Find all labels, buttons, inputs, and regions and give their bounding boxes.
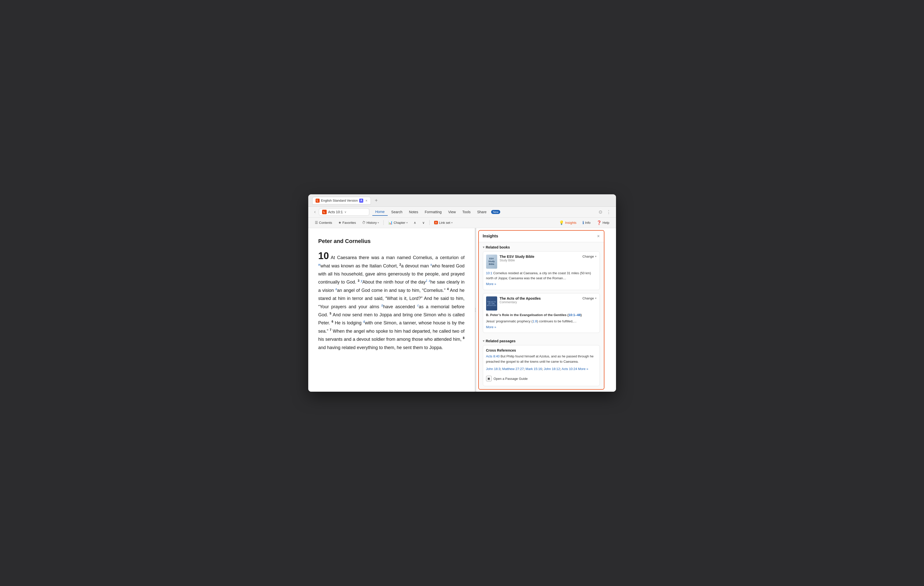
resize-dots xyxy=(475,308,476,312)
cross-ref-links: John 18:3; Matthew 27:27; Mark 15:16; Jo… xyxy=(486,366,597,372)
nav-view[interactable]: View xyxy=(445,209,459,216)
verse-number-2: 2 xyxy=(399,263,401,267)
clock-icon: ⏱ xyxy=(362,221,366,225)
insights-header: Insights × xyxy=(479,230,604,242)
search-icon-button[interactable]: ⊙ xyxy=(597,208,603,216)
linkset-chevron-icon: ▾ xyxy=(451,221,452,224)
address-bar[interactable]: L Acts 10:1 ∨ xyxy=(319,208,369,216)
mark-15-16-link[interactable]: Mark 15:16 xyxy=(525,367,542,371)
verse-1-text-7: have ascended xyxy=(383,304,417,309)
verse-number-5: 5 xyxy=(330,312,332,315)
acts-apostles-card: THE ACTS OF THE APOSTLES The Acts of the… xyxy=(483,293,600,333)
acts-section-title: B. Peter’s Role in the Evangelisation of… xyxy=(486,313,569,317)
cross-refs-card: Cross References Acts 8:40 But Philip fo… xyxy=(483,345,600,386)
acts-change-button[interactable]: Change ▾ xyxy=(582,296,597,300)
app-window: L English Standard Version A × + ‹ L Act… xyxy=(308,194,616,392)
passage-guide-button[interactable]: ▣ Open a Passage Guide xyxy=(486,374,597,383)
history-button[interactable]: ⏱ History ▾ xyxy=(360,219,381,226)
acts-more-link[interactable]: More » xyxy=(486,324,597,330)
cross-ref-1-text: But Philip found himself at Azotus, and … xyxy=(486,354,594,364)
nav-share[interactable]: Share xyxy=(474,209,490,216)
star-icon: ★ xyxy=(338,221,342,225)
esv-change-button[interactable]: Change ▾ xyxy=(582,255,597,258)
esv-study-bible-card: ESVStudyBible The ESV Study Bible Study … xyxy=(483,251,600,290)
new-tab-button[interactable]: + xyxy=(373,197,380,204)
acts-excerpt: B. Peter’s Role in the Evangelisation of… xyxy=(486,313,597,330)
acts-book-cover: THE ACTS OF THE APOSTLES xyxy=(486,296,497,311)
acts-excerpt-cont: ) continues to be fulfilled,… xyxy=(537,319,577,323)
acts-subtitle: Commentary xyxy=(500,300,541,304)
john-18-3-link[interactable]: John 18:3 xyxy=(486,367,500,371)
info-button[interactable]: ℹ Info xyxy=(580,219,593,226)
verse-number-3: 3 xyxy=(358,279,360,283)
more-options-button[interactable]: ⋮ xyxy=(606,208,612,216)
linkset-button[interactable]: A Link set ▾ xyxy=(432,219,455,226)
esv-cover-art: ESVStudyBible xyxy=(486,255,497,269)
footnote-w[interactable]: w xyxy=(318,263,321,267)
related-passages-chevron-icon: ▾ xyxy=(483,339,484,343)
insights-button[interactable]: 💡 Insights xyxy=(556,219,579,226)
acts-meta: The Acts of the Apostles Commentary xyxy=(500,296,541,304)
related-passages-label: Related passages xyxy=(486,339,516,343)
acts-title: The Acts of the Apostles xyxy=(500,296,541,300)
title-bar: L English Standard Version A × + xyxy=(308,194,616,207)
cross-refs-title: Cross References xyxy=(486,348,597,352)
address-icon: L xyxy=(322,210,327,214)
esv-change-chevron-icon: ▾ xyxy=(595,255,597,258)
nav-up-button[interactable]: ∧ xyxy=(411,219,419,226)
related-books-section-header[interactable]: ▾ Related books xyxy=(479,242,604,251)
nav-formatting[interactable]: Formatting xyxy=(422,209,445,216)
help-button[interactable]: ❓ Help xyxy=(594,219,612,226)
nav-notes[interactable]: Notes xyxy=(406,209,421,216)
chapter-chevron-icon: ▾ xyxy=(406,221,408,224)
acts-card-header: THE ACTS OF THE APOSTLES The Acts of the… xyxy=(486,296,597,311)
tabs-row: L English Standard Version A × + xyxy=(312,197,612,204)
john-18-12-link[interactable]: John 18:12 xyxy=(544,367,560,371)
resize-handle[interactable] xyxy=(475,228,476,392)
insights-icon: 💡 xyxy=(559,220,564,225)
esv-title: The ESV Study Bible xyxy=(500,255,535,258)
verse-number-4: 4 xyxy=(447,287,449,291)
esv-excerpt: 10:1 Cornelius resided at Caesarea, a ci… xyxy=(486,271,597,287)
acts-change-chevron-icon: ▾ xyxy=(595,297,597,300)
verse-number-7: 7 xyxy=(330,328,332,332)
insights-panel: Insights × ▾ Related books ESVStudyBi xyxy=(478,230,604,390)
nav-tools[interactable]: Tools xyxy=(459,209,474,216)
footnote-a[interactable]: a xyxy=(335,287,337,291)
acts-10-24-link[interactable]: Acts 10:24 xyxy=(562,367,577,371)
esv-excerpt-text: Cornelius resided at Caesarea, a city on… xyxy=(486,271,591,280)
acts-excerpt-ref2[interactable]: 1:8 xyxy=(533,319,537,323)
related-passages-section-header[interactable]: ▾ Related passages xyxy=(479,336,604,345)
matthew-27-27-link[interactable]: Matthew 27:27 xyxy=(502,367,524,371)
tab-close-button[interactable]: × xyxy=(365,199,367,202)
insights-close-button[interactable]: × xyxy=(597,234,600,239)
contents-button[interactable]: ☰ Contents xyxy=(312,219,335,226)
insights-body: ▾ Related books ESVStudyBible xyxy=(479,242,604,389)
footnote-1[interactable]: 1 xyxy=(426,279,427,283)
address-text: Acts 10:1 xyxy=(328,210,343,214)
esv-excerpt-ref[interactable]: 10:1 xyxy=(486,271,492,275)
toolbar: ☰ Contents ★ Favorites ⏱ History ▾ 📊 Cha… xyxy=(308,217,616,228)
passage-title: Peter and Cornelius xyxy=(318,236,465,246)
acts-8-40-link[interactable]: Acts 8:40 xyxy=(486,354,500,358)
esv-more-link[interactable]: More » xyxy=(486,281,597,287)
acts-book-info: THE ACTS OF THE APOSTLES The Acts of the… xyxy=(486,296,541,311)
nav-bar: ‹ L Acts 10:1 ∨ Home Search Notes Format… xyxy=(308,207,616,217)
nav-home[interactable]: Home xyxy=(372,208,388,216)
more-refs-link[interactable]: More » xyxy=(578,367,588,371)
favorites-button[interactable]: ★ Favorites xyxy=(336,219,358,226)
bible-paragraph: 10 At Caesarea there was a man named Cor… xyxy=(318,251,465,352)
esv-card-header: ESVStudyBible The ESV Study Bible Study … xyxy=(486,255,597,269)
linkset-icon: A xyxy=(434,221,438,224)
acts-section-ref[interactable]: 10:1–48 xyxy=(569,313,581,317)
back-button[interactable]: ‹ xyxy=(312,208,318,216)
footnote-b[interactable]: b xyxy=(381,304,383,307)
nav-search[interactable]: Search xyxy=(388,209,405,216)
related-books-chevron-icon: ▾ xyxy=(483,245,484,249)
toolbar-divider-2 xyxy=(429,220,430,225)
help-icon: ❓ xyxy=(597,220,602,225)
chapter-button[interactable]: 📊 Chapter ▾ xyxy=(386,219,410,226)
verse-number-10: 10 xyxy=(318,250,329,261)
browser-tab[interactable]: L English Standard Version A × xyxy=(312,197,371,204)
nav-down-button[interactable]: ∨ xyxy=(420,219,427,226)
